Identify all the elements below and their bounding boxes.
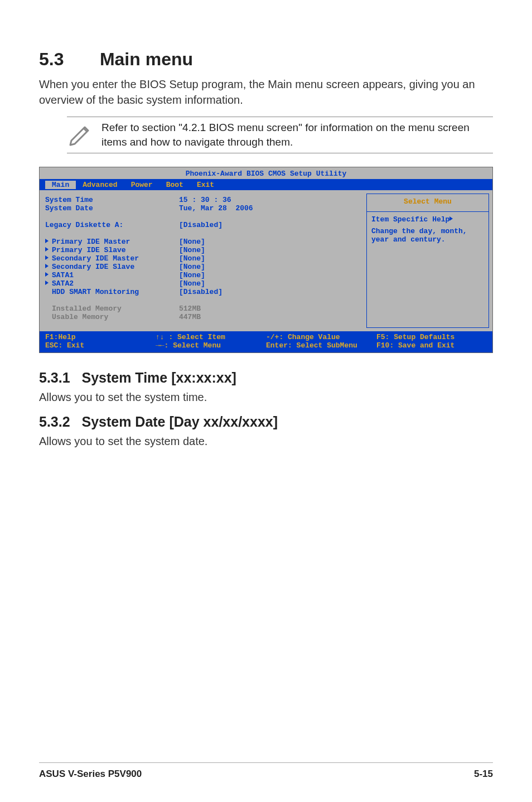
bios-row-value[interactable]: 15 : 30 : 36 <box>179 196 366 204</box>
note-text: Refer to section "4.2.1 BIOS menu screen… <box>101 120 493 149</box>
bios-row-label-dim: Usable Memory <box>45 313 179 321</box>
subsection-heading: 5.3.1 System Time [xx:xx:xx] <box>39 370 493 386</box>
bios-tab-exit[interactable]: Exit <box>190 181 221 189</box>
bios-row-label[interactable]: SATA1 <box>45 271 179 279</box>
bios-row-value[interactable]: [None] <box>179 263 366 271</box>
subsection-number: 5.3.1 <box>39 370 70 385</box>
bios-menubar: Main Advanced Power Boot Exit <box>40 179 492 190</box>
submenu-icon <box>45 272 49 277</box>
bios-screenshot: Phoenix-Award BIOS CMOS Setup Utility Ma… <box>39 167 493 353</box>
section-title: Main menu <box>100 49 193 69</box>
intro-paragraph: When you enter the BIOS Setup program, t… <box>39 76 493 108</box>
spacer <box>179 212 366 221</box>
footer-page-number: 5-15 <box>474 769 493 780</box>
bios-title: Phoenix-Award BIOS CMOS Setup Utility <box>40 167 492 179</box>
bios-tab-power[interactable]: Power <box>124 181 159 189</box>
bios-footer-col: ↑↓ : Select Item →←: Select Menu <box>156 333 266 350</box>
bios-row-value[interactable]: [None] <box>179 271 366 279</box>
bios-help-pane: Select Menu Item Specific Help Change th… <box>366 194 489 328</box>
page-footer: ASUS V-Series P5V900 5-15 <box>39 762 493 780</box>
section-number: 5.3 <box>39 49 95 70</box>
bios-row-value[interactable]: [Disabled] <box>179 221 366 229</box>
subsection-title: System Date [Day xx/xx/xxxx] <box>81 414 278 429</box>
bios-row-label[interactable]: SATA2 <box>45 279 179 288</box>
bios-help-body: Change the day, month, year and century. <box>371 227 484 244</box>
bios-row-label[interactable]: HDD SMART Monitoring <box>45 288 179 296</box>
subsection-title: System Time [xx:xx:xx] <box>81 370 236 385</box>
submenu-icon <box>45 255 49 260</box>
pencil-note-icon <box>67 120 94 149</box>
bios-footer-col: F1:Help ESC: Exit <box>45 333 156 350</box>
bios-row-label[interactable]: Primary IDE Master <box>45 238 179 246</box>
spacer <box>45 212 179 221</box>
spacer <box>179 229 366 238</box>
note-block: Refer to section "4.2.1 BIOS menu screen… <box>67 117 493 153</box>
bios-row-value[interactable]: [None] <box>179 246 366 254</box>
bios-row-label-dim: Installed Memory <box>45 305 179 313</box>
bios-footer-col: F5: Setup Defaults F10: Save and Exit <box>376 333 487 350</box>
bios-row-value-dim: 447MB <box>179 313 366 321</box>
bios-row-label[interactable]: Secondary IDE Slave <box>45 263 179 271</box>
bios-tab-boot[interactable]: Boot <box>159 181 190 189</box>
bios-row-value[interactable]: [Disabled] <box>179 288 366 296</box>
submenu-icon <box>45 281 49 285</box>
bios-row-value-dim: 512MB <box>179 305 366 313</box>
bios-content-pane: System Time System Date Legacy Diskette … <box>40 190 366 331</box>
bios-row-value[interactable]: [None] <box>179 254 366 263</box>
bios-row-value[interactable]: [None] <box>179 279 366 288</box>
bios-help-line: Item Specific Help <box>371 215 484 224</box>
bios-footer: F1:Help ESC: Exit ↑↓ : Select Item →←: S… <box>40 331 492 352</box>
footer-product: ASUS V-Series P5V900 <box>39 769 142 780</box>
spacer <box>45 296 179 305</box>
subsection-number: 5.3.2 <box>39 414 70 429</box>
bios-row-value[interactable]: Tue, Mar 28 2006 <box>179 204 366 212</box>
submenu-icon <box>45 247 49 252</box>
bios-row-value[interactable]: [None] <box>179 238 366 246</box>
right-arrow-icon <box>449 216 453 221</box>
submenu-icon <box>45 239 49 243</box>
bios-tab-advanced[interactable]: Advanced <box>76 181 124 189</box>
bios-row-label[interactable]: System Date <box>45 204 179 212</box>
subsection-heading: 5.3.2 System Date [Day xx/xx/xxxx] <box>39 414 493 430</box>
section-heading: 5.3 Main menu <box>39 49 493 70</box>
bios-row-label[interactable]: Primary IDE Slave <box>45 246 179 254</box>
subsection-body: Allows you to set the system time. <box>39 389 493 405</box>
spacer <box>45 229 179 238</box>
submenu-icon <box>45 264 49 268</box>
bios-tab-main[interactable]: Main <box>45 181 76 189</box>
spacer <box>179 296 366 305</box>
bios-row-label[interactable]: Secondary IDE Master <box>45 254 179 263</box>
bios-row-label[interactable]: System Time <box>45 196 179 204</box>
bios-row-label[interactable]: Legacy Diskette A: <box>45 221 179 229</box>
bios-help-title: Select Menu <box>371 197 484 206</box>
subsection-body: Allows you to set the system date. <box>39 433 493 449</box>
bios-footer-col: -/+: Change Value Enter: Select SubMenu <box>266 333 376 350</box>
